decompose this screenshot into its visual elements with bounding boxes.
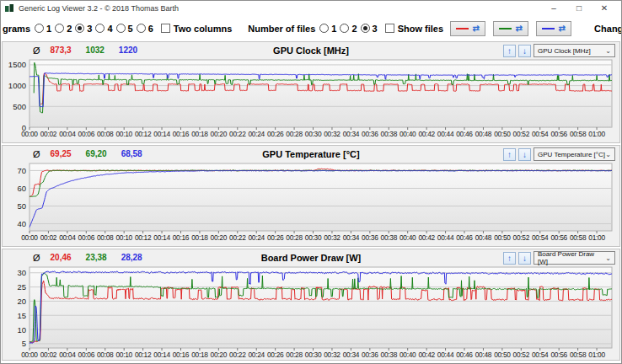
x-tick-label: 00:28 [286,351,303,359]
avg-value: 20,46 [51,253,72,262]
show-files-checkbox[interactable]: Show files [385,24,443,34]
y-tick-label: 70 [17,166,26,175]
radio-dot[interactable] [35,24,44,33]
diagrams-radio-group: 123456 [35,24,157,34]
radio-files-1[interactable]: 1 [319,24,336,34]
file-1-color-button[interactable]: ⇄ [450,21,485,36]
move-down-button[interactable]: ↓ [518,252,531,265]
x-tick-label: 00:50 [494,351,511,359]
x-tick-label: 01:00 [588,351,605,359]
change-all-label: Change all [594,24,622,34]
x-tick-label: 00:26 [267,130,284,138]
radio-dot[interactable] [116,24,126,33]
radio-diagrams-1[interactable]: 1 [35,24,51,34]
x-tick-label: 00:32 [324,233,340,242]
file-color-buttons: ⇄⇄⇄ [450,21,571,36]
measurement-select[interactable]: GPU Clock [MHz] ⌄ [534,44,615,57]
app-window: Generic Log Viewer 3.2 - © 2018 Thomas B… [0,0,622,364]
x-tick-label: 00:06 [78,233,95,242]
radio-diagrams-2[interactable]: 2 [55,24,72,34]
minimize-button[interactable]: – [541,2,566,15]
x-tick-label: 00:28 [286,130,303,138]
move-up-button[interactable]: ↑ [503,45,516,57]
two-columns-checkbox[interactable]: Two columns [161,24,232,34]
radio-diagrams-3[interactable]: 3 [75,24,92,34]
x-tick-label: 00:52 [513,351,530,359]
radio-dot[interactable] [137,24,146,33]
avg-value: 23,38 [86,253,107,262]
radio-diagrams-5[interactable]: 5 [116,24,133,34]
x-tick-label: 00:18 [191,130,208,138]
move-down-button[interactable]: ↓ [518,148,531,161]
radio-label: 2 [351,24,357,34]
move-up-button[interactable]: ↑ [503,148,516,161]
title-bar: Generic Log Viewer 3.2 - © 2018 Thomas B… [1,1,621,16]
avg-value: 68,58 [121,149,142,158]
measurement-select[interactable]: Board Power Draw [W] ⌄ [534,251,615,265]
x-tick-label: 00:24 [248,130,265,138]
plot-area [29,60,612,127]
x-tick-label: 00:46 [456,351,473,359]
x-tick-label: 00:30 [305,130,322,138]
radio-diagrams-4[interactable]: 4 [95,24,112,34]
window-title: Generic Log Viewer 3.2 - © 2018 Thomas B… [19,4,179,13]
chart-panel-gpu-clock: Ø 873,310321220 GPU Clock [MHz] ↑ ↓ GPU … [2,41,620,143]
x-tick-label: 00:30 [305,351,322,359]
y-tick-label: 5 [22,339,26,348]
radio-dot[interactable] [55,24,64,33]
radio-dot[interactable] [319,24,329,33]
x-tick-label: 00:38 [381,351,398,359]
measurement-select[interactable]: GPU Temperature [°C] ⌄ [534,147,615,161]
x-tick-label: 00:48 [475,130,492,138]
files-radio-group: 123 [319,24,380,34]
x-tick-label: 00:08 [97,233,114,242]
radio-label: 6 [148,24,153,34]
x-tick-label: 00:40 [399,233,416,242]
x-tick-label: 00:08 [97,351,114,359]
radio-label: 1 [331,24,336,34]
x-tick-label: 00:08 [97,130,114,138]
move-up-button[interactable]: ↑ [503,252,516,265]
file-3-color-button[interactable]: ⇄ [536,21,571,36]
average-values: 873,310321220 [51,46,153,55]
x-tick-label: 00:32 [324,130,340,138]
radio-label: 3 [87,24,92,34]
chart-panel-board-power: Ø 20,4623,3828,28 Board Power Draw [W] ↑… [2,249,620,361]
radio-diagrams-6[interactable]: 6 [137,24,153,34]
y-tick-label: 500 [13,102,26,111]
average-values: 69,2569,2068,58 [51,149,157,158]
x-tick-label: 00:38 [381,130,398,138]
diagrams-label: grams [3,24,30,34]
x-tick-label: 00:10 [115,351,132,359]
radio-dot[interactable] [340,24,349,33]
maximize-button[interactable]: □ [566,2,592,15]
radio-dot[interactable] [361,24,370,33]
radio-label: 1 [46,24,51,34]
y-tick-label: 25 [17,282,26,292]
average-symbol: Ø [33,46,40,56]
x-tick-label: 00:58 [570,233,587,242]
close-button[interactable]: ✕ [592,2,617,15]
radio-files-3[interactable]: 3 [361,24,378,34]
x-tick-label: 00:46 [456,130,473,138]
radio-dot[interactable] [75,24,84,33]
two-columns-checkbox-box[interactable] [161,24,170,33]
chart-panel-gpu-temperature: Ø 69,2569,2068,58 GPU Temperature [°C] ↑… [2,145,620,247]
file-2-color-button[interactable]: ⇄ [493,21,528,36]
y-tick-label: 50 [17,201,26,211]
plot-area [29,267,612,348]
x-tick-label: 00:00 [21,351,38,359]
swap-icon: ⇄ [558,24,565,33]
x-tick-label: 00:34 [343,233,360,242]
move-down-button[interactable]: ↓ [518,45,531,57]
x-tick-label: 00:36 [362,130,378,138]
show-files-checkbox-box[interactable] [385,24,394,33]
radio-files-2[interactable]: 2 [340,24,357,34]
x-tick-label: 00:22 [229,233,246,242]
radio-dot[interactable] [95,24,105,33]
measurement-select-value: Board Power Draw [W] [538,250,605,265]
x-tick-label: 00:48 [475,351,492,359]
x-tick-label: 00:06 [78,351,95,359]
x-tick-label: 00:24 [248,351,265,359]
x-tick-label: 00:54 [532,351,549,359]
